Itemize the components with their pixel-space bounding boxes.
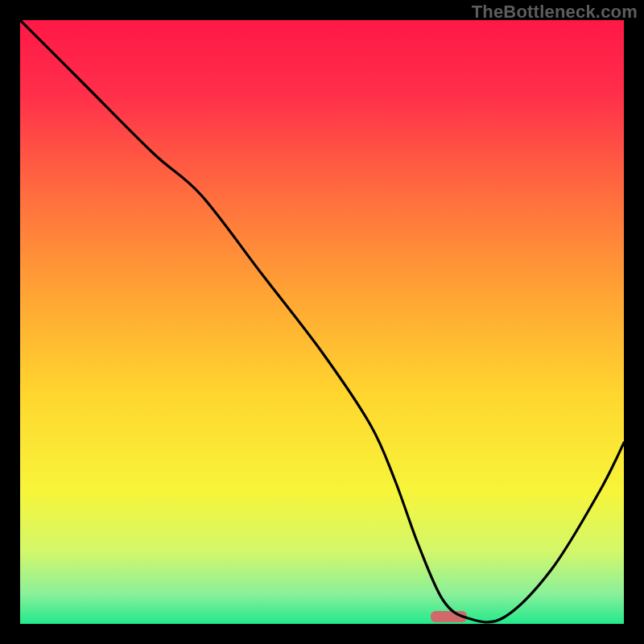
bottleneck-chart <box>20 20 624 624</box>
plot-area <box>20 20 624 624</box>
chart-frame: TheBottleneck.com <box>0 0 644 644</box>
